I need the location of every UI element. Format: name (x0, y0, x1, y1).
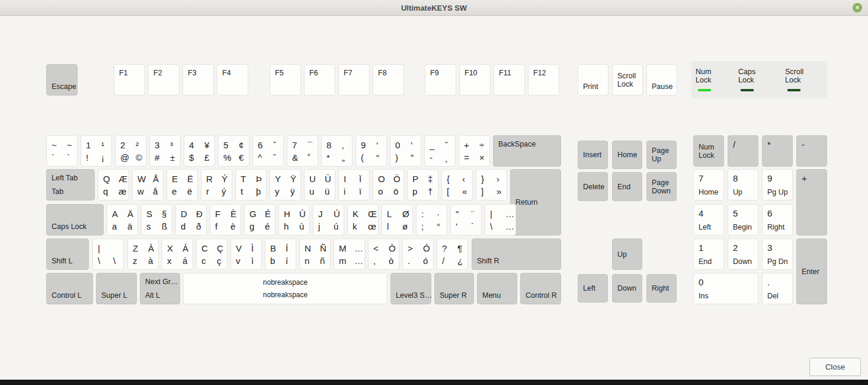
key-delete[interactable]: Delete (578, 172, 608, 201)
key-arrow-up[interactable]: Up (612, 238, 642, 270)
key-backslash[interactable]: |…\… (485, 204, 516, 236)
key-pause[interactable]: Pause (646, 64, 677, 96)
key-escape[interactable]: Escape (46, 64, 78, 96)
key-f12[interactable]: F12 (528, 64, 559, 96)
key-backspace[interactable]: BackSpace (493, 135, 561, 167)
key-kp-divide[interactable]: / (728, 135, 758, 167)
key-page-up[interactable]: PageUp (646, 141, 677, 169)
key-arrow-right[interactable]: Right (646, 274, 677, 303)
key-j[interactable]: JÚjú (313, 204, 344, 236)
key-f3[interactable]: F3 (182, 64, 214, 96)
key-kp-8[interactable]: 8Up (728, 169, 758, 201)
key-caps-lock[interactable]: Caps Lock (46, 204, 104, 236)
window-close-button[interactable]: ✕ (853, 3, 862, 12)
key-shift-l[interactable]: Shift L (46, 238, 89, 270)
key-bracket-right[interactable]: }›]» (476, 169, 507, 201)
key-4[interactable]: 4¥$£ (184, 135, 215, 167)
key-space[interactable]: nobreakspacenobreakspace (183, 273, 387, 304)
key-q[interactable]: QÆqæ (98, 169, 129, 201)
key-p[interactable]: P‡p† (407, 169, 438, 201)
key-f[interactable]: FÈfè (210, 204, 241, 236)
key-end[interactable]: End (612, 172, 642, 201)
key-f1[interactable]: F1 (114, 64, 145, 96)
key-print[interactable]: Print (578, 64, 608, 96)
key-t[interactable]: TÞtþ (235, 169, 267, 201)
key-f2[interactable]: F2 (148, 64, 180, 96)
key-v[interactable]: VÌvì (230, 238, 262, 270)
key-f4[interactable]: F4 (217, 64, 248, 96)
key-i[interactable]: IÏiï (338, 169, 370, 201)
key-e[interactable]: EËeë (166, 169, 198, 201)
key-3[interactable]: 3³#± (149, 135, 181, 167)
key-h[interactable]: HÙhù (278, 204, 310, 236)
key-arrow-down[interactable]: Down (612, 274, 642, 303)
key-kp-enter[interactable]: Enter (796, 238, 827, 304)
key-y[interactable]: YŸyÿ (270, 169, 301, 201)
key-period[interactable]: >Ó.ó (402, 238, 434, 270)
key-a[interactable]: AÄaä (107, 204, 138, 236)
key-kp-decimal[interactable]: .Del (762, 273, 793, 304)
key-bracket-left[interactable]: {‹[« (441, 169, 473, 201)
key-less-greater[interactable]: |\\ (92, 238, 124, 270)
key-s[interactable]: S§sß (141, 204, 172, 236)
key-f10[interactable]: F10 (459, 64, 491, 96)
key-o[interactable]: OÖoö (373, 169, 404, 201)
key-x[interactable]: XÁxá (162, 238, 193, 270)
key-kp-add[interactable]: + (796, 169, 827, 236)
key-c[interactable]: CÇcç (196, 238, 228, 270)
key-1[interactable]: 1¹!¡ (81, 135, 112, 167)
key-slash[interactable]: ?¶/¿ (437, 238, 468, 270)
key-shift-r[interactable]: Shift R (472, 238, 561, 270)
key-kp-0[interactable]: 0Ins (693, 273, 758, 304)
key-kp-3[interactable]: 3Pg Dn (762, 238, 793, 270)
key-kp-1[interactable]: 1End (693, 238, 724, 270)
key-return[interactable]: Return (510, 169, 561, 236)
key-level3-shift[interactable]: Level3 S… (390, 273, 431, 304)
key-8[interactable]: 8‚*„ (321, 135, 353, 167)
key-minus[interactable]: _˘-¸ (424, 135, 456, 167)
key-kp-multiply[interactable]: * (762, 135, 793, 167)
key-d[interactable]: DÐdð (175, 204, 207, 236)
key-f5[interactable]: F5 (270, 64, 301, 96)
key-apostrophe[interactable]: "¨'´ (450, 204, 482, 236)
key-alt-l[interactable]: Next Gr…Alt L (140, 273, 180, 304)
key-tab[interactable]: Left TabTab (46, 169, 95, 201)
key-comma[interactable]: <Ò,ò (368, 238, 399, 270)
key-f7[interactable]: F7 (338, 64, 370, 96)
key-control-l[interactable]: Control L (46, 273, 93, 304)
key-insert[interactable]: Insert (578, 141, 608, 169)
key-9[interactable]: 9‘(“ (355, 135, 387, 167)
key-kp-6[interactable]: 6Right (762, 204, 793, 236)
key-super-r[interactable]: Super R (434, 273, 474, 304)
key-menu[interactable]: Menu (477, 273, 517, 304)
close-button[interactable]: Close (809, 358, 861, 376)
key-equal[interactable]: +÷=× (459, 135, 490, 167)
key-scroll-lock[interactable]: ScrollLock (612, 64, 643, 96)
key-kp-5[interactable]: 5Begin (728, 204, 758, 236)
key-kp-2[interactable]: 2Down (728, 238, 758, 270)
key-f11[interactable]: F11 (494, 64, 525, 96)
key-z[interactable]: ZÀzà (127, 238, 159, 270)
key-kp-9[interactable]: 9Pg Up (762, 169, 793, 201)
key-u[interactable]: UÜuü (304, 169, 335, 201)
key-control-r[interactable]: Control R (520, 273, 561, 304)
key-7[interactable]: 7¯&˚ (287, 135, 318, 167)
key-kp-num-lock[interactable]: NumLock (693, 135, 724, 167)
key-w[interactable]: WÅwå (132, 169, 164, 201)
key-f6[interactable]: F6 (304, 64, 335, 96)
key-b[interactable]: BÍbí (265, 238, 296, 270)
key-semicolon[interactable]: :·;° (416, 204, 447, 236)
key-home[interactable]: Home (612, 141, 642, 169)
key-n[interactable]: NÑnñ (299, 238, 331, 270)
key-k[interactable]: KŒkœ (347, 204, 379, 236)
key-f9[interactable]: F9 (425, 64, 456, 96)
key-kp-subtract[interactable]: - (796, 135, 827, 167)
key-grave[interactable]: ~~`` (46, 135, 78, 167)
key-f8[interactable]: F8 (373, 64, 404, 96)
key-g[interactable]: GÉgé (244, 204, 276, 236)
key-l[interactable]: LØlø (382, 204, 413, 236)
key-kp-7[interactable]: 7Home (693, 169, 724, 201)
key-page-down[interactable]: PageDown (646, 172, 677, 201)
key-r[interactable]: RÝrý (201, 169, 232, 201)
key-2[interactable]: 2²@© (115, 135, 146, 167)
